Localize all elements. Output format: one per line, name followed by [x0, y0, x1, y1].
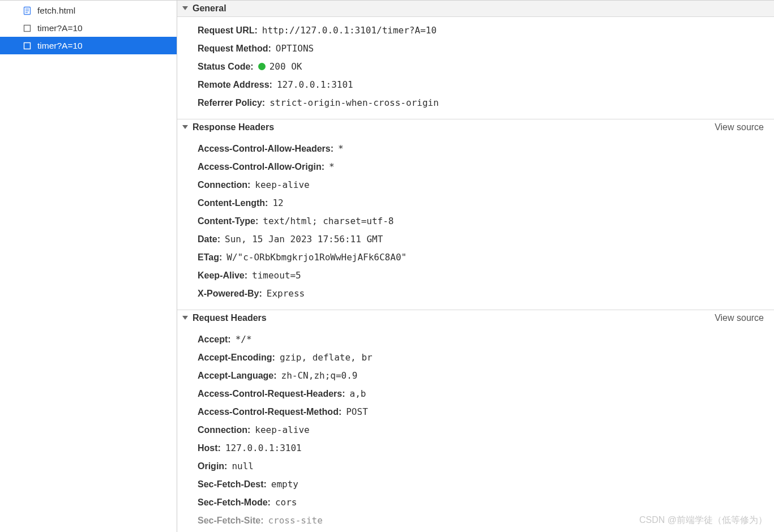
header-label: Connection: [198, 423, 250, 437]
header-value: http://127.0.0.1:3101/timer?A=10 [262, 24, 437, 37]
request-item-name: timer?A=10 [37, 23, 83, 33]
header-value: cross-site [268, 514, 322, 527]
request-rows: Accept:*/* Accept-Encoding:gzip, deflate… [177, 326, 774, 532]
header-value: gzip, deflate, br [280, 351, 373, 364]
header-label: Status Code: [198, 60, 254, 74]
header-value: 12 [272, 196, 283, 210]
header-label: Accept-Encoding: [198, 351, 275, 364]
header-row: Request Method: OPTIONS [177, 40, 774, 58]
header-row: Content-Type:text/html; charset=utf-8 [177, 212, 774, 230]
section-response-headers: Response Headers View source Access-Cont… [177, 119, 774, 310]
header-label: Accept: [198, 333, 231, 346]
request-item-2[interactable]: timer?A=10 [0, 37, 177, 54]
header-value: keep-alive [255, 423, 309, 437]
header-row: Access-Control-Allow-Origin:* [177, 158, 774, 176]
header-row: Status Code: 200 OK [177, 58, 774, 76]
section-response-toggle[interactable]: Response Headers View source [177, 119, 774, 135]
general-rows: Request URL: http://127.0.0.1:3101/timer… [177, 17, 774, 119]
section-request-toggle[interactable]: Request Headers View source [177, 310, 774, 326]
view-source-link[interactable]: View source [715, 122, 764, 132]
header-value: strict-origin-when-cross-origin [270, 96, 439, 110]
header-row: Sec-Fetch-Dest:empty [177, 475, 774, 494]
section-request-headers: Request Headers View source Accept:*/* A… [177, 310, 774, 532]
xhr-icon [23, 41, 32, 50]
svg-rect-5 [24, 42, 31, 49]
header-value: OPTIONS [276, 42, 314, 55]
header-row: Date:Sun, 15 Jan 2023 17:56:11 GMT [177, 230, 774, 248]
header-label: ETag: [198, 251, 222, 264]
section-general: General Request URL: http://127.0.0.1:31… [177, 1, 774, 119]
headers-panel: General Request URL: http://127.0.0.1:31… [177, 1, 774, 532]
request-item-0[interactable]: fetch.html [0, 2, 177, 19]
header-value: * [329, 160, 335, 174]
header-row: Accept-Language:zh-CN,zh;q=0.9 [177, 367, 774, 385]
section-title-text: Response Headers [193, 122, 274, 132]
header-row: Access-Control-Allow-Headers:* [177, 140, 774, 158]
devtools-network-panel: fetch.html timer?A=10 timer?A=10 General [0, 0, 774, 532]
header-value: empty [271, 478, 298, 491]
header-row: Origin:null [177, 457, 774, 475]
header-label: Referrer Policy: [198, 96, 265, 110]
header-row: Sec-Fetch-Mode:cors [177, 494, 774, 512]
header-row: Content-Length:12 [177, 194, 774, 212]
header-row: Keep-Alive:timeout=5 [177, 267, 774, 285]
section-general-toggle[interactable]: General [177, 1, 774, 17]
header-label: Access-Control-Allow-Headers: [198, 142, 333, 156]
response-rows: Access-Control-Allow-Headers:* Access-Co… [177, 135, 774, 310]
svg-rect-4 [24, 25, 31, 31]
header-value: 127.0.0.1:3101 [277, 78, 353, 92]
header-value: zh-CN,zh;q=0.9 [281, 369, 358, 383]
header-row: Remote Address: 127.0.0.1:3101 [177, 76, 774, 94]
header-label: Connection: [198, 178, 250, 192]
header-value: */* [236, 333, 252, 346]
header-value: cors [275, 496, 297, 509]
header-row: ETag:W/"c-ORbKbmgkrjo1RoWwHejAFk6C8A0" [177, 248, 774, 267]
header-label: Content-Type: [198, 214, 258, 228]
header-label: Date: [198, 233, 220, 246]
header-label: Request URL: [198, 24, 258, 37]
header-value: a,b [350, 387, 366, 401]
header-label: Access-Control-Request-Headers: [198, 387, 345, 401]
view-source-link[interactable]: View source [715, 313, 764, 323]
header-row: Sec-Fetch-Site:cross-site [177, 512, 774, 530]
header-label: Access-Control-Request-Method: [198, 405, 341, 419]
header-value: W/"c-ORbKbmgkrjo1RoWwHejAFk6C8A0" [226, 251, 407, 264]
header-row: Host:127.0.0.1:3101 [177, 439, 774, 457]
header-label: X-Powered-By: [198, 287, 262, 301]
section-title-text: Request Headers [193, 313, 267, 323]
header-value: Sun, 15 Jan 2023 17:56:11 GMT [225, 233, 383, 246]
header-label: Request Method: [198, 42, 271, 55]
header-label: Access-Control-Allow-Origin: [198, 160, 324, 174]
header-value: POST [346, 405, 368, 419]
xhr-icon [23, 24, 32, 33]
header-row: Access-Control-Request-Method:POST [177, 403, 774, 421]
header-label: Accept-Language: [198, 369, 277, 383]
header-label: Host: [198, 441, 221, 455]
header-value: 200 OK [258, 60, 302, 74]
header-value: Express [267, 287, 305, 301]
triangle-down-icon [182, 125, 188, 129]
request-item-name: timer?A=10 [37, 41, 83, 51]
header-row: Connection:keep-alive [177, 176, 774, 194]
header-value: keep-alive [255, 178, 309, 192]
document-icon [23, 6, 32, 15]
header-value: 127.0.0.1:3101 [225, 441, 302, 455]
header-label: Remote Address: [198, 78, 272, 92]
section-title-text: General [193, 3, 226, 14]
header-row: Referrer Policy: strict-origin-when-cros… [177, 94, 774, 112]
header-row: Request URL: http://127.0.0.1:3101/timer… [177, 22, 774, 40]
header-value: text/html; charset=utf-8 [263, 214, 394, 228]
request-list: fetch.html timer?A=10 timer?A=10 [0, 1, 177, 532]
request-item-1[interactable]: timer?A=10 [0, 19, 177, 37]
header-row: Access-Control-Request-Headers:a,b [177, 385, 774, 403]
header-label: Sec-Fetch-Mode: [198, 496, 271, 509]
triangle-down-icon [182, 6, 188, 10]
triangle-down-icon [182, 316, 188, 320]
header-label: Origin: [198, 460, 227, 473]
header-label: Sec-Fetch-Dest: [198, 478, 267, 491]
request-item-name: fetch.html [37, 6, 75, 16]
header-label: Keep-Alive: [198, 269, 247, 282]
status-ok-icon [258, 63, 266, 70]
header-value: timeout=5 [252, 269, 301, 282]
header-value: * [338, 142, 344, 156]
